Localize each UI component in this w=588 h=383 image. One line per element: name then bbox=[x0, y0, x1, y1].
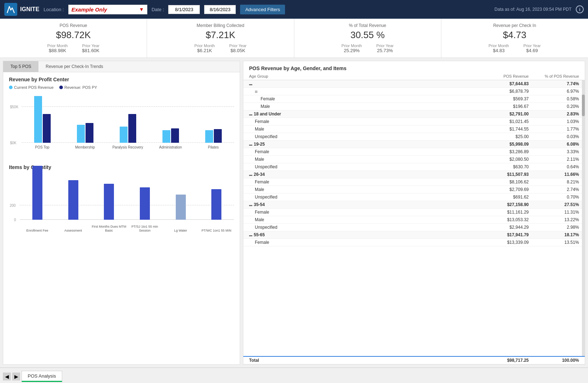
legend-item-1: Revenue: POS PY bbox=[59, 85, 97, 90]
table-row-5: Female$1,021.451.03% bbox=[243, 118, 585, 126]
cell-age-label-5: Female bbox=[255, 119, 269, 124]
qty-bar-group-0: Enrollment Fee bbox=[20, 166, 55, 220]
cell-rev-7: $25.00 bbox=[478, 134, 529, 139]
cell-pct-9: 3.33% bbox=[529, 149, 579, 154]
bottom-bar: ◀ ▶ POS Analysis bbox=[0, 368, 588, 383]
kpi-card-3: Revenue per Check In $4.73 Prior Month $… bbox=[441, 19, 588, 58]
cell-pct-14: 2.74% bbox=[529, 187, 579, 192]
cell-pct-3: 0.20% bbox=[529, 104, 579, 109]
expand-icon-0[interactable]: ▬ bbox=[249, 82, 252, 86]
cell-age-15: Unspecified bbox=[255, 195, 478, 200]
cell-age-label-13: Female bbox=[255, 179, 269, 184]
tab-1[interactable]: Revenue per Check-In Trends bbox=[38, 61, 110, 72]
data-as-of-label: Data as of: Aug 16, 2023 09:54 PM PDT bbox=[495, 7, 571, 12]
bar-current-2 bbox=[120, 127, 128, 143]
cell-pct-12: 11.66% bbox=[529, 172, 579, 177]
qty-bar-5 bbox=[211, 189, 221, 220]
cell-age-label-2: Female bbox=[261, 96, 275, 101]
cell-rev-20: $17,941.79 bbox=[478, 232, 529, 237]
cell-pct-16: 27.51% bbox=[529, 202, 579, 207]
table-row-17: Female$11,161.2911.31% bbox=[243, 209, 585, 216]
col-header-age: Age Group bbox=[249, 74, 478, 78]
table-row-10: Male$2,080.502.11% bbox=[243, 156, 585, 163]
revenue-chart-section: Revenue by Profit Center Current POS Rev… bbox=[3, 72, 240, 154]
qty-bar-label-5: PT/WC 1on1 55 MIN bbox=[199, 229, 234, 233]
cell-rev-5: $1,021.45 bbox=[478, 119, 529, 124]
cell-pct-20: 18.17% bbox=[529, 232, 579, 237]
qty-bar-0 bbox=[32, 166, 42, 220]
expand-icon-20[interactable]: ▬ bbox=[249, 233, 252, 237]
cell-age-label-7: Unspecified bbox=[255, 134, 277, 139]
date-start-input[interactable] bbox=[168, 5, 200, 14]
header: IGNITE Location : Example Only ▼ Date : … bbox=[0, 0, 588, 19]
bar-group-3: Administration bbox=[150, 128, 191, 143]
bar-prior-3 bbox=[171, 128, 179, 143]
table-row-18: Male$13,053.3213.22% bbox=[243, 216, 585, 224]
qty-bar-label-0: Enrollment Fee bbox=[20, 229, 55, 233]
info-icon[interactable]: i bbox=[576, 5, 584, 13]
cell-pct-19: 2.98% bbox=[529, 225, 579, 230]
cell-rev-19: $2,944.29 bbox=[478, 225, 529, 230]
cell-age-label-14: Male bbox=[255, 187, 264, 192]
cell-rev-10: $2,080.50 bbox=[478, 157, 529, 162]
bar-prior-1 bbox=[86, 123, 93, 143]
location-dropdown[interactable]: Example Only ▼ bbox=[68, 5, 147, 14]
cell-pct-13: 8.21% bbox=[529, 179, 579, 184]
advanced-filters-button[interactable]: Advanced Filters bbox=[240, 5, 285, 14]
kpi-comp1-0: Prior Month $88.98K bbox=[47, 44, 68, 53]
cell-rev-9: $3,286.89 bbox=[478, 149, 529, 154]
cell-age-label-6: Male bbox=[255, 127, 264, 132]
dropdown-arrow-icon: ▼ bbox=[139, 6, 144, 12]
bar-group-2: Paralysis Recovery bbox=[107, 114, 148, 143]
bar-prior-2 bbox=[128, 114, 136, 143]
cell-pct-0: 7.74% bbox=[529, 81, 579, 86]
expand-icon-12[interactable]: ▬ bbox=[249, 173, 252, 177]
cell-pct-10: 2.11% bbox=[529, 157, 579, 162]
cell-age-label-16: 35-54 bbox=[254, 202, 265, 207]
kpi-comp2-3: Prior Year $4.69 bbox=[523, 44, 541, 53]
tab-0[interactable]: Top 5 POS bbox=[3, 61, 38, 72]
bar-chart-area: $50K$0KPOS TopMembershipParalysis Recove… bbox=[22, 92, 234, 150]
cell-age-9: Female bbox=[255, 149, 478, 154]
cell-age-6: Male bbox=[255, 127, 478, 132]
expand-icon-8[interactable]: ▬ bbox=[249, 143, 252, 146]
cell-rev-1: $6,878.79 bbox=[478, 89, 529, 94]
bar-group-4: Pilates bbox=[193, 129, 234, 143]
table-row-21: Female$13,339.0913.51% bbox=[243, 239, 585, 246]
cell-rev-4: $2,791.00 bbox=[478, 111, 529, 117]
bar-label-4: Pilates bbox=[193, 145, 234, 149]
table-row-6: Male$1,744.551.77% bbox=[243, 126, 585, 133]
kpi-value-0: $98.72K bbox=[7, 29, 139, 41]
table-row-11: Unspecified$630.700.64% bbox=[243, 163, 585, 171]
expand-icon-1[interactable]: ⊞ bbox=[255, 90, 258, 94]
qty-bar-label-2: First Months Dues MTM Basic bbox=[91, 225, 127, 233]
cell-age-3: Male bbox=[261, 104, 478, 109]
expand-icon-16[interactable]: ▬ bbox=[249, 203, 252, 207]
cell-age-label-9: Female bbox=[255, 149, 269, 154]
kpi-card-1: Member Billing Collected $7.21K Prior Mo… bbox=[147, 19, 294, 58]
kpi-value-1: $7.21K bbox=[154, 29, 286, 41]
table-row-15: Unspecified$691.620.70% bbox=[243, 193, 585, 201]
cell-age-label-15: Unspecified bbox=[255, 195, 277, 200]
prev-tab-button[interactable]: ◀ bbox=[3, 373, 11, 380]
bar-current-0 bbox=[34, 96, 42, 143]
cell-pct-1: 6.97% bbox=[529, 89, 579, 94]
expand-icon-4[interactable]: ▬ bbox=[249, 113, 252, 116]
table-row-20: ▬55-65$17,941.7918.17% bbox=[243, 231, 585, 239]
cell-age-10: Male bbox=[255, 157, 478, 162]
bar-group-1: Membership bbox=[64, 123, 106, 143]
total-pct: 100.00% bbox=[529, 358, 579, 363]
cell-age-14: Male bbox=[255, 187, 478, 192]
logo-text: IGNITE bbox=[20, 6, 39, 13]
total-revenue: $98,717.25 bbox=[478, 358, 529, 363]
bottom-tab-pos-analysis[interactable]: POS Analysis bbox=[22, 371, 62, 382]
kpi-comp1-1: Prior Month $6.21K bbox=[194, 44, 215, 53]
cell-rev-21: $13,339.09 bbox=[478, 240, 529, 245]
qty-chart-section: Items by Quantity 2000Enrollment FeeAsse… bbox=[3, 160, 240, 238]
next-tab-button[interactable]: ▶ bbox=[12, 373, 20, 380]
qty-bar-label-4: Lg Water bbox=[163, 229, 198, 233]
cell-age-label-4: 18 and Under bbox=[254, 111, 281, 117]
cell-age-label-3: Male bbox=[261, 104, 270, 109]
col-header-pct: % of POS Revenue bbox=[529, 74, 579, 78]
date-end-input[interactable] bbox=[204, 5, 236, 14]
